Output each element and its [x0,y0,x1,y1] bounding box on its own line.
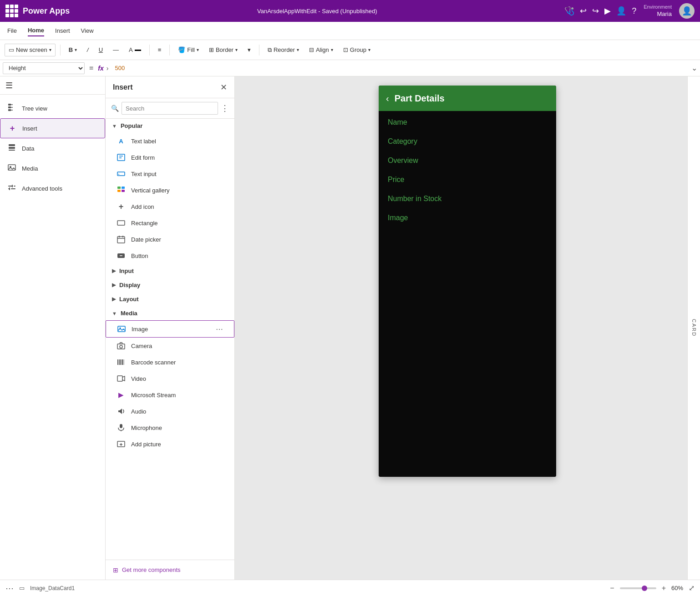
insert-panel-header: Insert ✕ [106,76,234,98]
environment-name: Maria [644,10,672,18]
align-text-button[interactable]: ≡ [154,44,165,56]
category-media-label: Media [121,310,137,317]
get-more-components-button[interactable]: ⊞ Get more components [106,560,234,580]
insert-item-add-icon[interactable]: + Add icon [106,198,234,215]
category-layout[interactable]: ▶ Layout [106,292,234,306]
svg-rect-15 [12,185,13,187]
sidebar-item-tree-view[interactable]: Tree view [0,98,105,118]
field-name: Name [388,118,547,126]
reorder-button[interactable]: ⧉ Reorder ▾ [264,44,303,56]
strikethrough-button[interactable]: — [109,44,122,56]
insert-item-edit-form[interactable]: Edit form [106,149,234,166]
new-screen-button[interactable]: ▭ New screen ▾ [5,44,56,56]
menu-view[interactable]: View [81,25,94,36]
svg-rect-24 [117,190,121,192]
zoom-slider[interactable] [620,587,656,589]
insert-item-video[interactable]: Video [106,370,234,387]
insert-item-text-label[interactable]: A Text label [106,133,234,149]
property-selector[interactable]: Height [3,62,85,74]
svg-rect-33 [118,326,125,332]
formula-expand-icon[interactable]: ⌄ [691,64,697,72]
category-popular-arrow: ▼ [112,123,117,129]
align-icon: ⊟ [309,46,314,53]
svg-rect-0 [8,104,11,106]
insert-item-microsoft-stream[interactable]: ▶ Microsoft Stream [106,387,234,403]
insert-item-barcode-scanner[interactable]: Barcode scanner [106,354,234,370]
insert-item-vertical-gallery[interactable]: Vertical gallery [106,182,234,198]
expand-icon[interactable]: ⤢ [689,584,695,592]
insert-item-rectangle[interactable]: Rectangle [106,215,234,231]
item-label: Button [131,253,148,259]
redo-icon[interactable]: ↪ [592,6,599,16]
waffle-icon[interactable] [5,5,18,17]
insert-item-image[interactable]: Image ⋯ [106,320,234,338]
insert-item-add-picture[interactable]: Add picture [106,436,234,452]
underline-button[interactable]: U [95,44,107,56]
item-label: Video [131,375,146,382]
sidebar-item-insert[interactable]: + Insert [0,118,105,138]
sidebar-item-advanced-tools[interactable]: Advanced tools [0,178,105,198]
zoom-minus-button[interactable]: − [610,584,614,592]
new-screen-label: New screen [16,46,47,53]
insert-item-audio[interactable]: Audio [106,403,234,419]
back-button[interactable]: ‹ [386,93,389,104]
field-overview-label: Overview [388,157,418,164]
card-panel-tab[interactable]: CARD [687,76,700,580]
reorder-dropdown-icon: ▾ [297,47,299,52]
formula-input[interactable] [111,62,689,74]
menu-file[interactable]: File [7,25,17,36]
item-more-options[interactable]: ⋯ [216,325,223,333]
microsoft-stream-icon: ▶ [117,390,126,399]
menu-insert[interactable]: Insert [55,25,70,36]
hamburger-icon[interactable]: ☰ [5,81,13,91]
border-button[interactable]: ⊞ Border ▾ [205,44,241,56]
formula-caret-icon[interactable]: › [107,65,109,72]
date-picker-icon [117,235,126,244]
main-layout: ☰ Tree view + Insert [0,76,700,580]
category-popular[interactable]: ▼ Popular [106,119,234,133]
sidebar-item-label: Tree view [22,105,47,112]
user-avatar[interactable]: 👤 [679,3,695,19]
item-label: Text label [131,138,156,145]
undo-icon[interactable]: ↩ [580,6,587,16]
card-label: CARD [691,319,697,337]
stethoscope-icon[interactable]: 🩺 [564,6,574,16]
border-icon: ⊞ [209,46,214,53]
user-icon[interactable]: 👤 [616,6,626,16]
menu-home[interactable]: Home [28,25,44,36]
bold-button[interactable]: B▾ [65,44,81,56]
group-button[interactable]: ⊡ Group ▾ [340,44,374,56]
fill-button[interactable]: 🪣 Fill ▾ [174,44,203,56]
insert-item-text-input[interactable]: Text input [106,166,234,182]
align-button[interactable]: ⊟ Align ▾ [305,44,337,56]
group-dropdown-icon: ▾ [368,47,370,52]
search-input[interactable] [122,102,218,115]
status-more-button[interactable]: ⋯ [5,583,14,593]
font-color-button[interactable]: A [125,44,145,56]
sidebar-item-label: Data [22,145,34,152]
italic-button[interactable]: / [83,44,92,56]
category-media[interactable]: ▼ Media [106,306,234,320]
help-icon[interactable]: ? [632,6,636,16]
category-display[interactable]: ▶ Display [106,278,234,292]
item-label: Vertical gallery [131,187,170,194]
field-image-label: Image [388,214,408,222]
zoom-plus-button[interactable]: + [662,584,666,592]
insert-item-camera[interactable]: Camera [106,338,234,354]
category-input[interactable]: ▶ Input [106,264,234,278]
insert-item-date-picker[interactable]: Date picker [106,231,234,247]
search-options-icon[interactable]: ⋮ [221,103,229,113]
sidebar-item-data[interactable]: Data [0,138,105,158]
sidebar-item-media[interactable]: Media [0,158,105,178]
svg-rect-25 [122,190,125,192]
fill-bucket-icon: 🪣 [178,46,185,53]
play-icon[interactable]: ▶ [604,6,611,16]
insert-item-microphone[interactable]: Microphone [106,419,234,436]
svg-rect-8 [9,150,15,151]
insert-panel-close-button[interactable]: ✕ [220,82,227,92]
chevron-down-button[interactable]: ▾ [244,44,254,56]
add-picture-icon [117,439,126,449]
insert-item-button[interactable]: Button [106,247,234,264]
item-label: Add icon [131,203,154,210]
image-icon [117,324,126,333]
